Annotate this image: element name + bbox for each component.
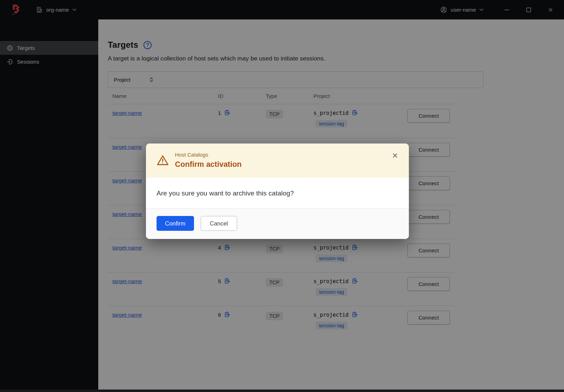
cancel-button[interactable]: Cancel: [201, 216, 237, 231]
close-icon: [392, 152, 399, 159]
modal-titles: Host Catalogs Confirm activation: [175, 152, 242, 169]
modal-header: Host Catalogs Confirm activation: [146, 144, 409, 178]
modal-title: Confirm activation: [175, 160, 242, 169]
modal-close-button[interactable]: [392, 152, 399, 159]
confirm-modal: Host Catalogs Confirm activation Are you…: [146, 144, 409, 239]
warning-icon: [157, 154, 169, 169]
modal-message: Are you sure you want to archive this ca…: [146, 178, 409, 208]
modal-footer: Confirm Cancel: [146, 208, 409, 239]
confirm-button[interactable]: Confirm: [157, 216, 194, 231]
modal-context-label: Host Catalogs: [175, 152, 242, 158]
